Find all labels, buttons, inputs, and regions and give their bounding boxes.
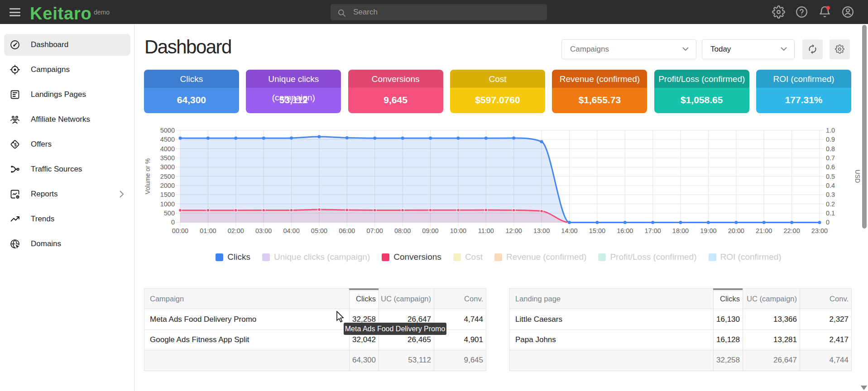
svg-text:0.8: 0.8 — [826, 145, 835, 153]
svg-text:22:00: 22:00 — [783, 227, 800, 234]
svg-text:0.1: 0.1 — [826, 210, 835, 217]
svg-text:17:00: 17:00 — [645, 227, 661, 234]
svg-text:16:00: 16:00 — [617, 227, 633, 234]
svg-text:0.4: 0.4 — [826, 182, 835, 189]
svg-text:0.6: 0.6 — [826, 163, 835, 171]
svg-text:07:00: 07:00 — [367, 227, 383, 234]
svg-text:1000: 1000 — [160, 200, 175, 208]
svg-text:02:00: 02:00 — [228, 227, 244, 234]
svg-text:15:00: 15:00 — [589, 227, 605, 234]
svg-text:500: 500 — [164, 210, 175, 217]
svg-text:20:00: 20:00 — [728, 227, 744, 234]
svg-text:00:00: 00:00 — [172, 227, 188, 234]
svg-text:4500: 4500 — [160, 136, 175, 143]
svg-text:3500: 3500 — [160, 154, 175, 162]
svg-text:23:00: 23:00 — [811, 227, 828, 234]
svg-text:10:00: 10:00 — [450, 227, 466, 234]
svg-text:USD: USD — [854, 170, 861, 183]
svg-text:13:00: 13:00 — [533, 227, 550, 234]
svg-text:11:00: 11:00 — [478, 227, 494, 234]
svg-text:0.5: 0.5 — [826, 173, 835, 180]
svg-text:21:00: 21:00 — [756, 227, 772, 234]
svg-text:1.0: 1.0 — [826, 127, 835, 134]
svg-text:04:00: 04:00 — [283, 227, 299, 234]
svg-text:0: 0 — [171, 219, 175, 226]
svg-text:18:00: 18:00 — [672, 227, 689, 234]
svg-text:0.7: 0.7 — [826, 154, 835, 162]
svg-text:4000: 4000 — [160, 145, 175, 153]
svg-text:1500: 1500 — [160, 191, 175, 198]
svg-text:14:00: 14:00 — [561, 227, 577, 234]
svg-text:5000: 5000 — [160, 127, 175, 134]
svg-text:01:00: 01:00 — [200, 227, 216, 234]
svg-text:03:00: 03:00 — [255, 227, 272, 234]
svg-text:0: 0 — [826, 219, 830, 226]
svg-text:12:00: 12:00 — [506, 227, 522, 234]
svg-text:19:00: 19:00 — [700, 227, 716, 234]
svg-text:Volume or %: Volume or % — [144, 158, 151, 194]
svg-text:09:00: 09:00 — [422, 227, 438, 234]
svg-text:0.3: 0.3 — [826, 191, 835, 198]
svg-text:2000: 2000 — [160, 182, 175, 189]
svg-text:08:00: 08:00 — [394, 227, 411, 234]
svg-text:05:00: 05:00 — [311, 227, 327, 234]
svg-text:06:00: 06:00 — [339, 227, 355, 234]
svg-text:3000: 3000 — [160, 163, 175, 171]
svg-text:0.2: 0.2 — [826, 200, 835, 208]
svg-text:0.9: 0.9 — [826, 136, 835, 143]
svg-text:2500: 2500 — [160, 173, 175, 180]
